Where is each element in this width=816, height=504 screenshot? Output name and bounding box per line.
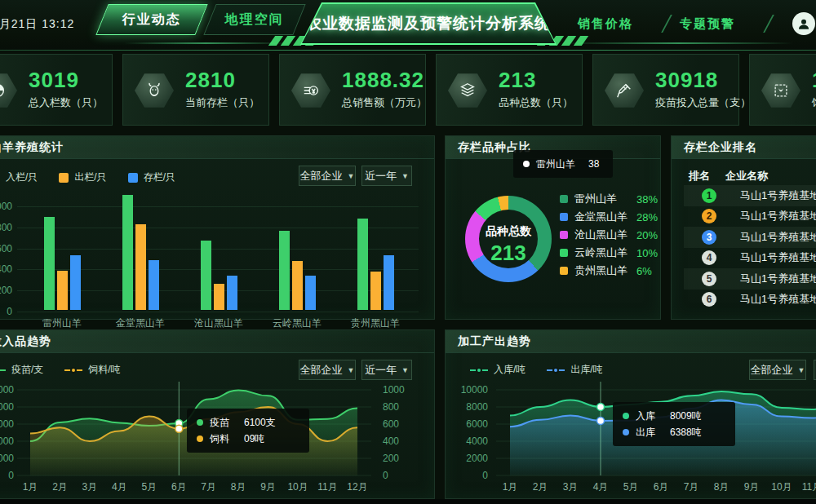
company-name: 马山1号养殖基地: [740, 188, 816, 203]
bar-group[interactable]: [122, 183, 159, 310]
legend-label: 沧山黑山羊: [574, 228, 636, 242]
bar-category-label: 雷州山羊: [23, 316, 101, 330]
rank-badge: 4: [702, 250, 716, 265]
stat-label: 疫苗投入总量（支）: [655, 95, 751, 110]
header-bar: 1月21日 13:12 行业动态 地理空间 农业数据监测及预警统计分析系统 销售…: [0, 0, 816, 51]
tooltip-value: 6388吨: [670, 426, 702, 440]
table-row[interactable]: 6马山1号养殖基地: [684, 290, 816, 311]
bar[interactable]: [70, 255, 81, 310]
table-row[interactable]: 2马山1号养殖基地: [684, 206, 816, 228]
tab-special-warning[interactable]: 专题预警: [673, 16, 742, 32]
bar[interactable]: [135, 224, 146, 310]
svg-text:0: 0: [8, 470, 14, 481]
svg-text:6月: 6月: [654, 481, 669, 493]
bar[interactable]: [122, 195, 133, 310]
bar[interactable]: [214, 284, 224, 310]
rank-badge: 1: [702, 188, 716, 203]
bar[interactable]: [305, 276, 316, 310]
bar[interactable]: [357, 219, 368, 310]
legend-item[interactable]: 存栏/只: [128, 170, 175, 184]
tooltip-dot: [623, 413, 629, 419]
legend-item[interactable]: 雷州山羊38%: [560, 190, 658, 208]
svg-text:200: 200: [383, 453, 399, 464]
stat-label: 总销售额（万元）: [342, 95, 427, 110]
tooltip-series-name: 出库: [636, 426, 670, 440]
bar[interactable]: [149, 260, 159, 310]
bar-category-label: 贵州黑山羊: [336, 316, 415, 330]
legend-label: 贵州黑山羊: [574, 263, 636, 278]
bar-group[interactable]: [44, 183, 81, 310]
bar-category-label: 云岭黑山羊: [258, 316, 336, 330]
bar[interactable]: [227, 276, 237, 310]
svg-text:10000: 10000: [0, 384, 14, 396]
svg-text:2月: 2月: [52, 481, 68, 493]
legend-item[interactable]: 出栏/只: [59, 170, 106, 184]
coins-icon: [291, 72, 330, 109]
svg-text:5月: 5月: [623, 481, 639, 493]
bar-group[interactable]: [357, 183, 394, 310]
tooltip-value: 6100支: [244, 416, 276, 430]
rank-badge: 6: [702, 292, 716, 307]
bar[interactable]: [279, 231, 290, 310]
stat-label: 品种总数（只）: [499, 95, 573, 110]
svg-text:9月: 9月: [744, 481, 760, 493]
legend-item[interactable]: 沧山黑山羊20%: [560, 226, 658, 244]
y-axis-tick: 0: [0, 306, 12, 317]
app-title-banner: 农业数据监测及预警统计分析系统: [300, 2, 557, 45]
tooltip-dot: [623, 429, 629, 435]
table-row[interactable]: 3马山1号养殖基地: [684, 227, 816, 248]
tab-geospace[interactable]: 地理空间: [203, 4, 305, 35]
bar-group[interactable]: [201, 183, 237, 310]
stat-card: 30918疫苗投入总量（支）: [592, 54, 739, 126]
stat-label: 饲料投入总量（吨）: [812, 95, 816, 110]
tooltip-series-name: 入库: [636, 409, 670, 423]
svg-text:6月: 6月: [171, 481, 187, 493]
bar[interactable]: [384, 255, 394, 310]
svg-text:5月: 5月: [141, 481, 157, 493]
title-wing-line-right: [565, 42, 793, 44]
rank-badge: 5: [702, 272, 716, 286]
bar[interactable]: [370, 272, 381, 310]
layers-icon: [448, 72, 487, 109]
svg-text:4000: 4000: [466, 435, 488, 447]
legend-percent: 6%: [636, 265, 652, 277]
bar[interactable]: [201, 241, 211, 310]
bar[interactable]: [44, 217, 55, 310]
legend-swatch: [560, 249, 568, 257]
legend-swatch: [128, 173, 138, 183]
bar-category-label: 沧山黑山羊: [180, 316, 258, 330]
svg-text:0: 0: [482, 470, 488, 481]
legend-item[interactable]: 云岭黑山羊10%: [560, 244, 658, 262]
stat-value: 1888: [812, 68, 816, 92]
table-row[interactable]: 4马山1号养殖基地: [684, 248, 816, 269]
table-row[interactable]: 1马山1号养殖基地: [684, 185, 816, 206]
svg-text:1000: 1000: [383, 384, 405, 396]
legend-label: 出栏/只: [74, 170, 106, 184]
table-row[interactable]: 5马山1号养殖基地: [684, 268, 816, 290]
legend-item[interactable]: 金堂黑山羊28%: [560, 208, 658, 226]
bar-category-label: 金堂黑山羊: [101, 316, 180, 330]
company-name: 马山1号养殖基地: [740, 292, 816, 307]
legend-item[interactable]: 贵州黑山羊6%: [560, 262, 658, 280]
svg-text:3月: 3月: [563, 481, 579, 493]
svg-text:9月: 9月: [260, 481, 276, 493]
tab-geospace-label: 地理空间: [225, 11, 284, 29]
user-avatar-icon[interactable]: [792, 12, 815, 35]
syringe-icon: [605, 72, 644, 109]
stat-card: 2810当前存栏（只）: [122, 54, 269, 126]
tab-sale-price[interactable]: 销售价格: [571, 16, 640, 32]
bar-group[interactable]: [279, 183, 316, 310]
legend-label: 云岭黑山羊: [574, 245, 636, 260]
legend-item[interactable]: 入栏/只: [0, 170, 38, 184]
bar[interactable]: [57, 271, 68, 310]
gridline: [17, 312, 419, 312]
bar[interactable]: [292, 261, 303, 310]
svg-text:2月: 2月: [533, 481, 548, 493]
legend-swatch: [560, 213, 568, 221]
panel-livestock-stats: 山羊养殖统计 入栏/只出栏/只存栏/只 全部企业▼ 近一年▼ 020040060…: [0, 135, 435, 320]
svg-text:600: 600: [383, 418, 399, 430]
y-axis-tick: 400: [0, 263, 12, 275]
app-title: 农业数据监测及预警统计分析系统: [306, 13, 551, 34]
tab-industry-news[interactable]: 行业动态: [95, 4, 207, 35]
svg-text:3月: 3月: [82, 481, 98, 493]
